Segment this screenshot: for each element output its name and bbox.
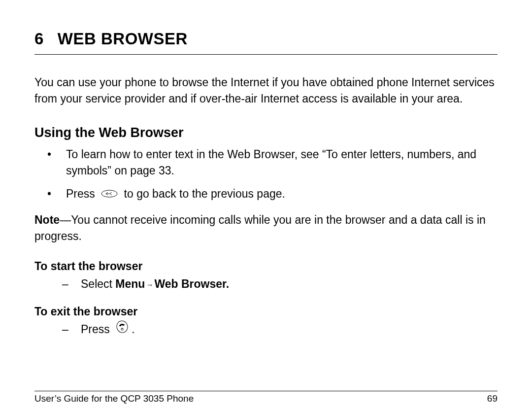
svg-point-1 xyxy=(116,320,129,333)
section-heading: Using the Web Browser xyxy=(34,125,498,140)
note-body: —You cannot receive incoming calls while… xyxy=(34,213,486,242)
list-item: To learn how to enter text in the Web Br… xyxy=(34,146,498,179)
note-paragraph: Note—You cannot receive incoming calls w… xyxy=(34,212,498,245)
page-number: 69 xyxy=(487,393,498,404)
note-label: Note xyxy=(34,213,60,226)
intro-paragraph: You can use your phone to browse the Int… xyxy=(34,74,498,107)
bullet-text-pre: Press xyxy=(66,187,98,200)
list-item: Press to go back to the previous page. xyxy=(34,186,498,203)
list-item: Press . xyxy=(34,321,498,339)
sub-heading-exit: To exit the browser xyxy=(34,305,498,318)
sub-heading-start: To start the browser xyxy=(34,260,498,273)
dash-list: Press . xyxy=(34,321,498,339)
step-period: . xyxy=(132,323,134,336)
dash-list: Select Menu→Web Browser. xyxy=(34,276,498,292)
step-prefix: Select xyxy=(81,277,115,290)
step-prefix: Press xyxy=(81,323,113,336)
end-key-icon xyxy=(116,320,129,338)
list-item: Select Menu→Web Browser. xyxy=(34,276,498,292)
chapter-heading: 6WEB BROWSER xyxy=(34,30,498,55)
bullet-text-post: to go back to the previous page. xyxy=(121,187,285,200)
bullet-list: To learn how to enter text in the Web Br… xyxy=(34,146,498,203)
back-button-icon xyxy=(101,186,118,202)
arrow-icon: → xyxy=(146,280,153,289)
chapter-title: WEB BROWSER xyxy=(58,30,188,48)
target-label: Web Browser. xyxy=(154,277,229,290)
footer-title: User’s Guide for the QCP 3035 Phone xyxy=(34,393,194,404)
chapter-number: 6 xyxy=(34,30,44,48)
page-footer: User’s Guide for the QCP 3035 Phone 69 xyxy=(34,391,498,404)
menu-label: Menu xyxy=(115,277,145,290)
document-page: 6WEB BROWSER You can use your phone to b… xyxy=(0,0,532,339)
